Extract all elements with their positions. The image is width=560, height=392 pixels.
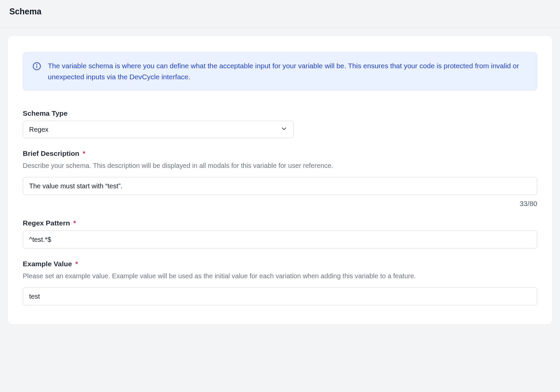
- info-alert: The variable schema is where you can def…: [23, 52, 537, 91]
- svg-point-2: [36, 65, 37, 65]
- example-label: Example Value *: [23, 260, 537, 268]
- schema-type-select-wrap: Regex: [23, 121, 294, 138]
- schema-card: The variable schema is where you can def…: [8, 36, 552, 324]
- description-label: Brief Description *: [23, 150, 537, 158]
- example-input[interactable]: [23, 287, 537, 305]
- page-title: Schema: [9, 7, 551, 16]
- description-help: Describe your schema. This description w…: [23, 161, 537, 170]
- description-char-count: 33/80: [23, 200, 537, 208]
- section-header: Schema: [0, 0, 560, 28]
- schema-type-label: Schema Type: [23, 109, 537, 117]
- pattern-label-text: Regex Pattern: [23, 219, 70, 227]
- description-input[interactable]: [23, 177, 537, 195]
- pattern-input[interactable]: [23, 230, 537, 249]
- pattern-group: Regex Pattern *: [23, 219, 537, 249]
- required-asterisk: *: [83, 150, 85, 157]
- description-group: Brief Description * Describe your schema…: [23, 150, 537, 208]
- page-root: Schema The variable schema is where you …: [0, 0, 560, 392]
- required-asterisk: *: [75, 260, 78, 268]
- schema-type-select[interactable]: Regex: [23, 121, 294, 138]
- example-help: Please set an example value. Example val…: [23, 271, 537, 281]
- schema-type-value: Regex: [29, 126, 49, 133]
- description-label-text: Brief Description: [23, 150, 79, 157]
- schema-type-group: Schema Type Regex: [23, 109, 537, 138]
- example-label-text: Example Value: [23, 260, 72, 268]
- required-asterisk: *: [73, 219, 76, 227]
- pattern-label: Regex Pattern *: [23, 219, 537, 227]
- info-icon: [32, 62, 41, 71]
- info-alert-text: The variable schema is where you can def…: [48, 61, 528, 82]
- example-group: Example Value * Please set an example va…: [23, 260, 537, 305]
